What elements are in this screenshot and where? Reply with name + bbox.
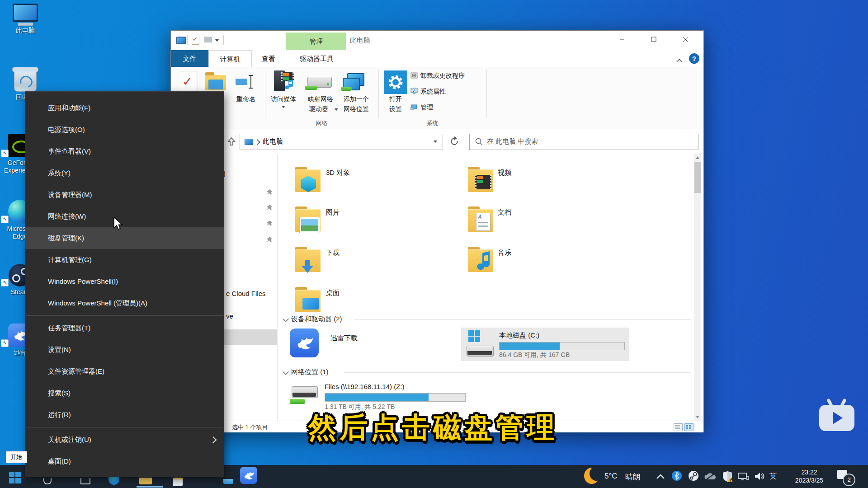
qat-customize-arrow-icon[interactable] bbox=[215, 39, 219, 42]
qat-new-folder-icon[interactable] bbox=[204, 37, 212, 42]
menu-item-powershell-admin[interactable]: Windows PowerShell (管理员)(A) bbox=[25, 292, 224, 314]
section-devices[interactable]: 设备和驱动器 (2) bbox=[291, 315, 342, 324]
menu-item-powershell[interactable]: Windows PowerShell(I) bbox=[25, 271, 224, 292]
ribbon-collapse-icon[interactable] bbox=[676, 56, 683, 65]
onedrive-icon[interactable] bbox=[703, 472, 717, 483]
menu-item-event-viewer[interactable]: 事件查看器(V) bbox=[25, 141, 224, 162]
folder-desktop[interactable] bbox=[294, 285, 321, 313]
help-icon[interactable]: ? bbox=[689, 53, 699, 64]
manage-icon bbox=[410, 103, 418, 112]
section-network[interactable]: 网络位置 (1) bbox=[291, 368, 329, 376]
menu-item-settings[interactable]: 设置(N) bbox=[25, 339, 224, 361]
selection-status: 选中 1 个项目 bbox=[232, 423, 268, 432]
tab-manage[interactable]: 管理 bbox=[286, 33, 346, 50]
scrollbar[interactable] bbox=[694, 154, 701, 421]
menu-item-shutdown[interactable]: 关机或注销(U) bbox=[25, 429, 224, 450]
volume-icon[interactable] bbox=[754, 471, 766, 483]
menu-item-apps-features[interactable]: 应用和功能(F) bbox=[25, 97, 224, 119]
desktop: 此电脑 回收站 ↖ GeForce Experience ↖ Microsoft… bbox=[0, 0, 868, 488]
breadcrumb[interactable]: 此电脑 bbox=[240, 134, 443, 150]
thumbnail-view-icon[interactable] bbox=[684, 423, 693, 431]
manage-button[interactable]: 管理 bbox=[410, 103, 433, 113]
properties-icon[interactable] bbox=[181, 71, 197, 92]
weather-moon-icon[interactable] bbox=[584, 468, 599, 484]
pin-icon bbox=[266, 188, 273, 196]
title-bar: 管理 此电脑 bbox=[171, 31, 703, 50]
breadcrumb-dropdown-icon[interactable] bbox=[434, 141, 437, 143]
section-chevron-icon[interactable] bbox=[283, 316, 289, 322]
menu-divider bbox=[26, 315, 223, 316]
folder-videos[interactable] bbox=[467, 165, 494, 193]
task-view-icon[interactable] bbox=[80, 478, 90, 484]
tab-computer[interactable]: 计算机 bbox=[208, 50, 252, 67]
uninstall-button[interactable]: 卸载或更改程序 bbox=[410, 72, 465, 81]
menu-item-run[interactable]: 运行(R) bbox=[25, 404, 224, 426]
details-view-icon[interactable] bbox=[674, 423, 683, 431]
rename-icon bbox=[236, 79, 247, 85]
open-icon[interactable] bbox=[205, 75, 226, 90]
desktop-icon-this-pc[interactable]: 此电脑 bbox=[5, 4, 45, 34]
network-icon[interactable] bbox=[737, 472, 749, 483]
folder-downloads[interactable] bbox=[294, 245, 321, 273]
scrollbar-thumb[interactable] bbox=[694, 162, 701, 193]
menu-item-computer-management[interactable]: 计算机管理(G) bbox=[25, 249, 224, 271]
maximize-button[interactable] bbox=[643, 32, 664, 47]
thunder-taskbar-icon[interactable] bbox=[240, 467, 257, 484]
store-taskbar-icon[interactable] bbox=[173, 478, 183, 486]
refresh-icon[interactable] bbox=[449, 136, 459, 148]
steam-tray-icon[interactable] bbox=[689, 471, 698, 481]
scroll-up-icon[interactable] bbox=[696, 156, 699, 160]
drive-c-selected[interactable]: 本地磁盘 (C:) 86.4 GB 可用, 共 167 GB bbox=[461, 328, 629, 361]
group-label-system: 系统 bbox=[378, 119, 486, 127]
folder-documents[interactable] bbox=[467, 205, 494, 233]
bluetooth-icon[interactable] bbox=[672, 471, 682, 481]
sidebar-item-onedrive[interactable]: ve bbox=[226, 312, 233, 320]
section-chevron-icon[interactable] bbox=[283, 369, 289, 375]
menu-item-search[interactable]: 搜索(S) bbox=[25, 382, 224, 404]
thunder-downloads-icon bbox=[290, 328, 319, 357]
menu-item-device-manager[interactable]: 设备管理器(M) bbox=[25, 184, 224, 206]
minimize-button[interactable] bbox=[612, 32, 632, 47]
weather-temp[interactable]: 5°C bbox=[604, 472, 618, 481]
tray-expand-icon[interactable] bbox=[656, 474, 665, 479]
search-taskbar-icon[interactable] bbox=[43, 478, 52, 484]
search-input[interactable]: 在 此电脑 中搜索 bbox=[469, 134, 698, 150]
menu-item-power-options[interactable]: 电源选项(O) bbox=[25, 119, 224, 141]
svg-text:✓: ✓ bbox=[412, 88, 416, 93]
input-language-indicator[interactable]: 英 bbox=[769, 472, 777, 481]
tab-view[interactable]: 查看 bbox=[251, 50, 286, 67]
recycle-bin-icon bbox=[5, 67, 45, 92]
document-icon bbox=[476, 213, 491, 231]
capacity-bar-fill bbox=[325, 394, 429, 401]
folder-music[interactable] bbox=[467, 245, 494, 273]
folder-3d-objects[interactable] bbox=[294, 165, 321, 193]
scroll-down-icon[interactable] bbox=[696, 415, 699, 418]
notification-badge[interactable]: 2 bbox=[843, 474, 855, 486]
menu-item-desktop[interactable]: 桌面(D) bbox=[25, 450, 224, 472]
start-button[interactable] bbox=[9, 472, 21, 483]
tab-drive-tools[interactable]: 驱动器工具 bbox=[286, 50, 347, 67]
tab-file[interactable]: 文件 bbox=[171, 50, 208, 67]
pin-icon bbox=[266, 236, 273, 243]
folder-pictures[interactable] bbox=[294, 205, 321, 233]
window-title: 此电脑 bbox=[350, 36, 370, 45]
close-button[interactable] bbox=[675, 32, 696, 47]
security-shield-icon[interactable] bbox=[722, 470, 733, 484]
explorer-taskbar-icon[interactable] bbox=[139, 478, 152, 484]
menu-item-task-manager[interactable]: 任务管理器(T) bbox=[25, 317, 224, 339]
taskbar-clock[interactable]: 23:22 2023/3/25 bbox=[788, 468, 831, 484]
menu-item-system[interactable]: 系统(Y) bbox=[25, 162, 224, 184]
app-taskbar-icon[interactable] bbox=[223, 479, 233, 484]
sidebar-item-cloud-files[interactable]: e Cloud Files bbox=[226, 290, 266, 297]
weather-condition[interactable]: 晴朗 bbox=[625, 472, 641, 482]
breadcrumb-path[interactable]: 此电脑 bbox=[263, 134, 283, 149]
group-label-network: 网络 bbox=[265, 119, 378, 127]
photo-icon bbox=[300, 217, 320, 233]
system-properties-button[interactable]: ✓系统属性 bbox=[410, 88, 446, 97]
up-icon[interactable] bbox=[227, 136, 236, 148]
qat-properties-icon[interactable] bbox=[192, 35, 199, 45]
menu-item-disk-management[interactable]: 磁盘管理(K) bbox=[25, 227, 224, 249]
menu-item-file-explorer[interactable]: 文件资源管理器(E) bbox=[25, 361, 224, 382]
shortcut-arrow-icon: ↖ bbox=[1, 339, 9, 347]
edge-taskbar-icon[interactable] bbox=[108, 477, 119, 485]
